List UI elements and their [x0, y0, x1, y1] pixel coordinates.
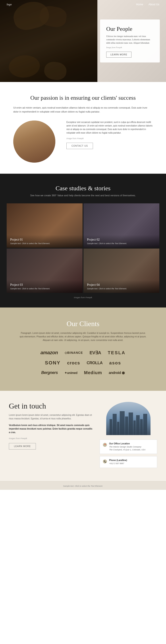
crolla-logo: CROLLA [87, 361, 103, 365]
case-studies-subtitle: See how we create 360° Value and help cl… [7, 194, 159, 197]
project-2-title: Project 02 [87, 238, 156, 242]
case-studies-title: Case studies & stories [7, 185, 159, 192]
project-3-overlay: Project 03 Sample text. Click to select … [7, 280, 83, 293]
office-info-text: Our Office Location The Interior Design … [109, 442, 146, 451]
city-buildings [106, 408, 151, 435]
clients-section: Our Clients Paragraph. Lorem ipsum dolor… [0, 308, 166, 391]
passion-intro-text: Ut enim ad minim veniam, quis nostrud ex… [13, 106, 153, 114]
nav-home[interactable]: Home [136, 3, 143, 6]
contact-us-button[interactable]: CONTACT US [66, 143, 93, 149]
passion-image-credit: Image from Freepik [66, 137, 153, 140]
case-studies-section: Case studies & stories See how we create… [0, 174, 166, 308]
medium-logo: Medium [84, 370, 102, 375]
clients-logo-row-1: amazon ◇BINANCE EV∃A TESLA [9, 350, 157, 356]
clients-logo-row-3: Bergners ✦unimed Medium android ◉ [9, 370, 157, 375]
asos-logo: asos [109, 360, 121, 366]
android-logo: android ◉ [109, 371, 125, 375]
amazon-logo: amazon [40, 350, 58, 356]
passion-image-container [13, 120, 60, 162]
get-in-touch-text: Lorem ipsum lorem ipsum dolor sit amet, … [9, 414, 93, 420]
clients-title: Our Clients [9, 320, 157, 328]
get-in-touch-bold-text: Vestibulum lorem sed risus ultrices tris… [9, 424, 93, 434]
phone-number: +912 3 567 8987 [109, 462, 127, 465]
hero-card-title: Our People [106, 26, 154, 32]
phone-icon: 📞 [103, 460, 107, 464]
project-card-1[interactable]: Project 01 Sample text. Click to select … [7, 203, 83, 248]
project-card-2[interactable]: Project 02 Sample text. Click to select … [83, 203, 159, 248]
passion-content: Excepteur sint occaecat cupidatat non pr… [13, 120, 153, 162]
projects-grid: Project 01 Sample text. Click to select … [7, 203, 159, 293]
hero-image-credit: Image from Freepik [106, 46, 154, 48]
get-in-touch-left: Get in touch Lorem ipsum lorem ipsum dol… [9, 402, 93, 470]
project-3-title: Project 03 [10, 283, 79, 287]
location-icon: 📍 [103, 443, 107, 447]
get-in-touch-learn-more-button[interactable]: LEARN MORE [9, 443, 36, 450]
case-studies-image-credit: Images from Freepik [7, 296, 159, 299]
project-1-desc: Sample text. Click to select the Text El… [10, 242, 79, 244]
passion-section: Our passion is in ensuring our clients' … [0, 82, 166, 174]
logo: logo [7, 3, 12, 6]
phone-card: 📞 Phone (Landline) +912 3 567 8987 [100, 456, 157, 468]
bergners-logo: Bergners [41, 370, 58, 375]
project-2-overlay: Project 02 Sample text. Click to select … [83, 235, 159, 248]
passion-right-text: Excepteur sint occaecat cupidatat non pr… [66, 120, 153, 135]
nav-about[interactable]: About Us [149, 3, 159, 6]
get-in-touch-title: Get in touch [9, 402, 93, 410]
tesla-logo: TESLA [108, 350, 126, 355]
clients-logo-row-2: SONY crocs CROLLA asos [9, 360, 157, 366]
office-line1: The Interior Design Studio Company [109, 446, 146, 448]
footer: Sample text. Click to select the Text El… [0, 481, 166, 490]
project-1-title: Project 01 [10, 238, 79, 242]
passion-circle-image [13, 120, 55, 162]
passion-image-inner [13, 120, 55, 162]
hero-section: logo Home About Us Our People Ultrices l… [0, 0, 166, 82]
hero-card-text: Ultrices leo integer malesuada nunc vel … [106, 34, 154, 44]
office-location-card: 📍 Our Office Location The Interior Desig… [100, 440, 157, 454]
hero-dark-overlay [0, 0, 104, 82]
get-in-touch-image-credit: Images from Freepik [9, 437, 93, 440]
binance-logo: ◇BINANCE [65, 351, 83, 354]
get-in-touch-content: Get in touch Lorem ipsum lorem ipsum dol… [0, 391, 166, 481]
crocs-logo: crocs [67, 360, 80, 366]
passion-title: Our passion is in ensuring our clients' … [13, 94, 153, 102]
project-card-4[interactable]: Project 04 Sample text. Click to select … [83, 248, 159, 293]
project-4-title: Project 04 [87, 283, 156, 287]
phone-title: Phone (Landline) [109, 459, 127, 462]
clients-text: Paragraph. Lorem ipsum dolor sit amet, c… [19, 332, 147, 342]
hero-learn-more-button[interactable]: LEARN MORE [106, 52, 132, 58]
evga-logo: EV∃A [90, 350, 101, 355]
phone-info-text: Phone (Landline) +912 3 567 8987 [109, 459, 127, 465]
project-1-overlay: Project 01 Sample text. Click to select … [7, 235, 83, 248]
project-3-desc: Sample text. Click to select the Text El… [10, 288, 79, 290]
get-in-touch-right: 📍 Our Office Location The Interior Desig… [100, 402, 157, 470]
project-4-overlay: Project 04 Sample text. Click to select … [83, 280, 159, 293]
get-in-touch-section: Get in touch Lorem ipsum lorem ipsum dol… [0, 391, 166, 481]
nav-links: Home About Us [136, 3, 159, 6]
footer-text: Sample text. Click to select the Text El… [63, 485, 103, 487]
project-card-3[interactable]: Project 03 Sample text. Click to select … [7, 248, 83, 293]
unimed-logo: ✦unimed [64, 371, 77, 374]
office-title: Our Office Location [109, 442, 146, 445]
city-image [106, 402, 151, 435]
navigation: logo Home About Us [0, 0, 166, 9]
office-line2: The Courtyard, Al-Quiz 1, Colorado, USA [109, 448, 146, 451]
hero-card: Our People Ultrices leo integer malesuad… [100, 20, 160, 62]
project-4-desc: Sample text. Click to select the Text El… [87, 288, 156, 290]
project-2-desc: Sample text. Click to select the Text El… [87, 242, 156, 244]
passion-right-column: Excepteur sint occaecat cupidatat non pr… [66, 120, 153, 149]
sony-logo: SONY [45, 360, 60, 366]
